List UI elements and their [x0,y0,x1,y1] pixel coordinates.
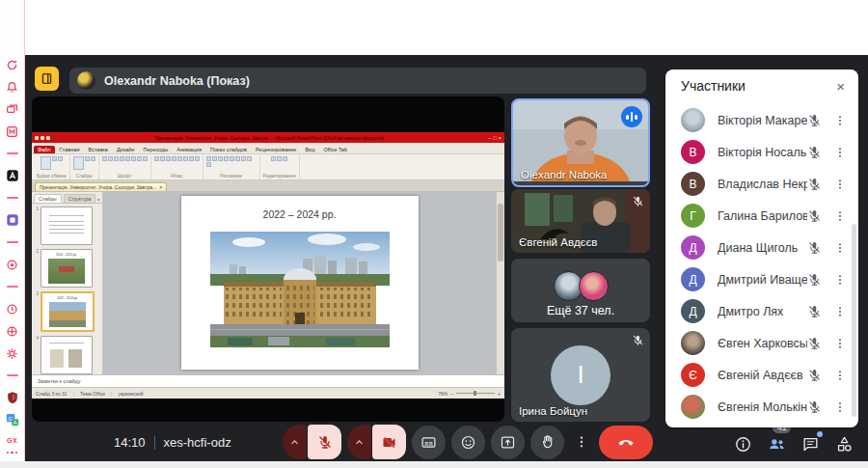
clock-icon[interactable] [5,302,20,316]
app-a-icon[interactable] [5,169,20,182]
window-controls[interactable]: – □ × [488,135,502,141]
pane-close-icon[interactable]: × [96,197,100,203]
tab-outline[interactable]: Структура [64,194,96,203]
close-icon[interactable]: × [836,79,845,94]
camera-off-button[interactable] [372,425,406,459]
participant-menu-icon[interactable] [833,114,847,127]
mic-mute-button[interactable] [308,425,341,459]
video-tile-yevhenii[interactable]: Євгеній Авдєєв [511,189,650,253]
app-purple-icon[interactable] [5,213,20,227]
tab-slides[interactable]: Слайды [34,194,62,203]
mic-off-icon [632,194,644,211]
participant-mic-off-icon [807,399,822,414]
participant-menu-icon[interactable] [833,305,847,318]
slide-thumb-1[interactable] [41,206,93,245]
chat-notification-dot [817,431,823,437]
presenter-pill[interactable]: Olexandr Naboka (Показ) [69,68,646,94]
sidebar-divider [5,191,20,205]
participant-row[interactable]: В Владислав Некрут [665,168,858,200]
zoom-out-button[interactable]: – [450,391,453,397]
ribbon-tab-2[interactable]: Главная [56,146,84,153]
cards-icon[interactable] [5,102,20,116]
sidebar-divider [5,280,20,293]
ribbon-tab-4[interactable]: Дизайн [113,146,139,153]
bell-icon[interactable] [5,80,20,94]
slide-thumb-4[interactable] [41,336,93,374]
ribbon-group: Редактирование [260,155,300,179]
overflow-tile[interactable]: Ещё 37 чел. [511,259,650,322]
sidebar-more-icon[interactable] [7,452,18,454]
participant-row[interactable]: Д Диана Щиголь [665,232,858,263]
participant-row[interactable]: Є Євгеній Авдєєв [665,359,858,391]
slide-photo-building [210,232,390,347]
leave-call-button[interactable] [599,426,653,459]
participant-menu-icon[interactable] [833,369,847,382]
status-slide-count: Слайд 3 из 31 [36,391,68,397]
participant-row[interactable]: Євгенія Молькіна [665,391,858,423]
translate-app-icon[interactable]: GA [5,413,20,427]
slide-scrollbar[interactable] [496,192,504,374]
panel-scrollbar[interactable] [852,224,856,417]
extension-icon[interactable] [35,67,59,91]
activities-button[interactable] [833,433,854,454]
slide-thumb-3-selected[interactable]: 2022 – 2024 рр. [41,291,95,332]
participant-row[interactable]: Євген Харковський [665,327,858,359]
current-slide[interactable]: 2022 – 2024 рр. [181,196,419,370]
participant-name: Галина Барилова [718,209,807,223]
ribbon-tab-1[interactable]: Файл [34,146,55,153]
participant-avatar [681,331,705,355]
participant-mic-off-icon [807,304,822,318]
ribbon-tab-8[interactable]: Рецензирование [252,146,300,153]
ribbon-tabs: ФайлГлавнаяВставкаДизайнПереходыАнимация… [32,143,504,154]
record-icon[interactable] [5,258,20,271]
slide-thumb-2[interactable]: 2014 – 2022 рр. [41,249,93,288]
participant-menu-icon[interactable] [833,337,847,350]
zoom-in-button[interactable]: + [498,391,501,397]
ribbon-tab-6[interactable]: Анимация [173,146,205,153]
raise-hand-button[interactable] [530,426,564,459]
refresh-icon[interactable] [5,58,20,71]
ribbon-tab-5[interactable]: Переходы [139,146,172,153]
video-tile-olexandr[interactable]: Olexandr Naboka [511,98,650,187]
presenter-name: Olexandr Naboka (Показ) [104,74,250,88]
shield-app-icon[interactable] [5,391,20,404]
more-options-button[interactable] [570,426,593,459]
screen: GA GX Olexandr Naboka (Показ) Презентаці… [0,0,868,468]
participant-row[interactable]: В Вікторія Носаль [665,136,858,168]
participant-name: Вікторія Носаль [718,146,807,159]
participant-row[interactable]: Д Дмитро Лях [665,295,858,327]
video-tile-iryna[interactable]: I Ірина Бойцун [511,328,650,422]
ribbon-tab-7[interactable]: Показ слайдов [206,146,251,153]
document-tab-close-icon[interactable]: × [159,184,162,190]
gear-icon[interactable] [5,346,20,360]
reactions-button[interactable] [451,426,485,459]
messenger-icon[interactable] [5,124,20,138]
participant-menu-icon[interactable] [833,400,847,414]
ribbon-tab-9[interactable]: Вид [301,146,318,153]
document-tab[interactable]: Презентація. Університет. Учора. Сьогодн… [35,182,167,191]
participant-menu-icon[interactable] [833,178,847,191]
ribbon-tab-10[interactable]: Office Tab [319,146,351,153]
participant-menu-icon[interactable] [833,146,847,159]
participant-row[interactable]: Д Дмитрий Иващенко [665,263,858,295]
present-button[interactable] [491,426,525,459]
mic-options-button[interactable] [283,425,307,459]
participant-avatar: Є [681,363,705,387]
letter-avatar: I [551,345,610,405]
camera-options-button[interactable] [347,425,371,459]
participant-row[interactable]: Г Галина Барилова [665,200,858,232]
participant-menu-icon[interactable] [833,241,847,255]
participant-menu-icon[interactable] [833,273,847,287]
captions-button[interactable] [412,426,446,459]
wheel-icon[interactable] [5,324,20,338]
participant-row[interactable]: Вікторія Макаренко [665,104,858,136]
people-button[interactable]: 41 [766,433,787,454]
tile-name-label: Ірина Бойцун [519,405,587,417]
zoom-slider[interactable] [456,393,495,394]
notes-area[interactable]: Заметки к слайду [32,374,504,387]
info-button[interactable] [732,433,753,454]
screenshare-tile[interactable]: Презентація. Університет. Учора. Сьогодн… [32,96,504,422]
ribbon-tab-3[interactable]: Вставка [84,146,111,153]
participant-menu-icon[interactable] [833,209,847,223]
chat-button[interactable] [800,433,821,454]
